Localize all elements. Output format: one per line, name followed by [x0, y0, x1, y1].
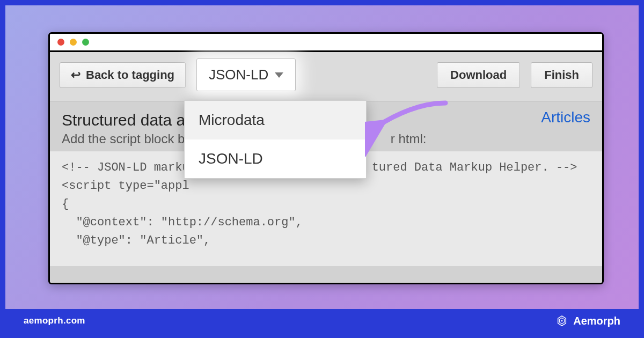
back-label: Back to tagging	[86, 68, 174, 82]
footer-brand: Aemorph	[556, 315, 620, 327]
format-label: JSON-LD	[209, 67, 268, 83]
footer-bar: aemoprh.com Aemorph	[5, 309, 639, 333]
back-arrow-icon: ↩	[71, 69, 80, 81]
download-button[interactable]: Download	[437, 62, 520, 88]
brand-name: Aemorph	[573, 315, 620, 327]
minimize-icon[interactable]	[70, 39, 77, 46]
toolbar: ↩ Back to tagging JSON-LD Download Finis…	[50, 52, 602, 101]
footer-url: aemoprh.com	[24, 315, 85, 326]
dropdown-item-jsonld[interactable]: JSON-LD	[185, 139, 366, 178]
dropdown-item-microdata[interactable]: Microdata	[185, 101, 366, 139]
chevron-down-icon	[275, 72, 283, 78]
download-label: Download	[450, 68, 507, 82]
format-dropdown-menu: Microdata JSON-LD	[184, 100, 367, 179]
finish-label: Finish	[544, 68, 579, 82]
app-window: ↩ Back to tagging JSON-LD Download Finis…	[48, 32, 604, 284]
back-to-tagging-button[interactable]: ↩ Back to tagging	[60, 62, 186, 88]
app-body: ↩ Back to tagging JSON-LD Download Finis…	[50, 52, 602, 283]
articles-link[interactable]: Articles	[541, 109, 590, 126]
finish-button[interactable]: Finish	[531, 62, 592, 88]
window-titlebar	[50, 34, 602, 52]
format-dropdown-trigger[interactable]: JSON-LD	[196, 58, 296, 91]
svg-point-2	[561, 320, 563, 322]
close-icon[interactable]	[57, 39, 64, 46]
brand-logo-icon	[556, 315, 568, 327]
maximize-icon[interactable]	[82, 39, 89, 46]
